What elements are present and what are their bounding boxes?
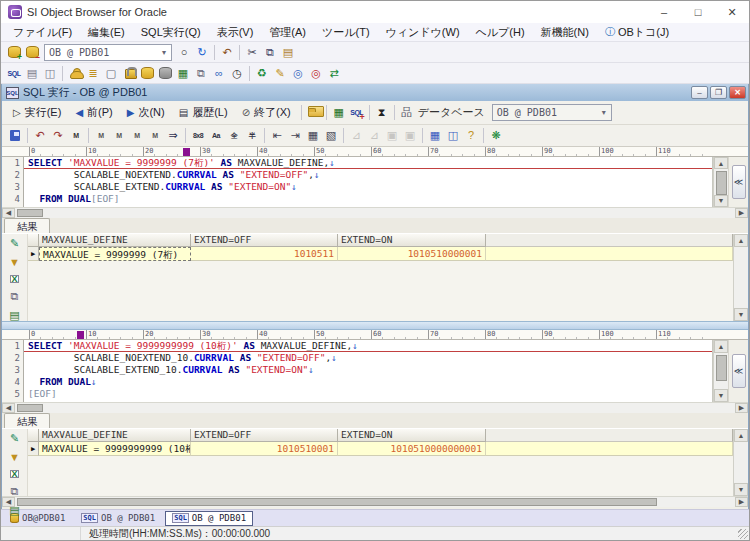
find-word-icon[interactable]: M: [128, 127, 146, 144]
copy-grid-icon[interactable]: ⧉: [6, 290, 23, 303]
schedule-icon[interactable]: ◷: [228, 65, 246, 82]
scroll-right-icon[interactable]: ▶: [735, 403, 748, 413]
table-cell[interactable]: 1010511: [191, 247, 338, 261]
paste-icon[interactable]: ▤: [279, 44, 297, 61]
menu-item-2[interactable]: 編集(E): [80, 23, 133, 42]
refresh-icon[interactable]: ↻: [193, 44, 211, 61]
indent-icon[interactable]: ⇥: [286, 127, 304, 144]
menu-item-5[interactable]: 管理(A): [261, 23, 314, 42]
column-header[interactable]: EXTEND=ON: [338, 234, 486, 247]
collapse-panel-button-top[interactable]: ≪: [732, 165, 746, 199]
column-header[interactable]: EXTEND=ON: [338, 429, 486, 442]
save-grid-icon[interactable]: ▤: [6, 309, 23, 322]
find-file-icon[interactable]: M: [146, 127, 164, 144]
scroll-left-icon[interactable]: ◀: [2, 403, 15, 413]
object-list-icon[interactable]: ◫: [41, 65, 59, 82]
edit-row-icon[interactable]: ✎: [6, 432, 23, 445]
scroll-thumb[interactable]: [17, 498, 657, 506]
block-select-icon[interactable]: ▦: [304, 127, 322, 144]
find-next-icon[interactable]: M: [92, 127, 110, 144]
excel-export-icon[interactable]: X: [6, 469, 23, 479]
scroll-up-icon[interactable]: ▲: [714, 340, 728, 353]
menu-item-8[interactable]: ヘルプ(H): [468, 23, 533, 42]
duplicate-icon[interactable]: ⧉: [192, 65, 210, 82]
fetch-next-icon[interactable]: ▼: [6, 256, 23, 268]
edit-row-icon[interactable]: ✎: [6, 237, 23, 250]
memory-icon[interactable]: ▦: [174, 65, 192, 82]
prev-button[interactable]: ◀前(P): [68, 102, 119, 123]
column-header[interactable]: EXTEND=OFF: [191, 234, 338, 247]
block-edit-icon[interactable]: ▧: [322, 127, 340, 144]
column-header[interactable]: MAXVALUE_DEFINE: [39, 429, 191, 442]
user-icon[interactable]: [66, 65, 84, 82]
script-icon[interactable]: ▤: [23, 65, 41, 82]
editor-bottom-hscrollbar[interactable]: ◀ ▶: [2, 402, 748, 413]
lock-icon[interactable]: [120, 65, 138, 82]
recycle-object-icon[interactable]: [156, 65, 174, 82]
recycle-bin-icon[interactable]: ♻: [253, 65, 271, 82]
explain-plan-icon[interactable]: ❋: [487, 127, 505, 144]
sql-editor-top[interactable]: 1SELECT 'MAXVALUE = 9999999 (7桁)' AS MAX…: [2, 157, 713, 207]
copy-icon[interactable]: ⧉: [261, 44, 279, 61]
table-cell[interactable]: 1010510000000001: [338, 442, 486, 456]
unindent-icon[interactable]: ⇤: [268, 127, 286, 144]
menu-item-10[interactable]: ⓘOBトコ(J): [597, 23, 677, 42]
table-cell[interactable]: 1010510000001: [338, 247, 486, 261]
cut-icon[interactable]: ✂: [243, 44, 261, 61]
window-split-icon[interactable]: ◫: [444, 127, 462, 144]
scroll-thumb[interactable]: [716, 171, 727, 195]
scroll-thumb[interactable]: [17, 404, 43, 412]
connection-combo[interactable]: OB @ PDB01▾: [44, 44, 172, 61]
object-search-icon[interactable]: ◎: [289, 65, 307, 82]
table-cell[interactable]: 1010510001: [191, 442, 338, 456]
cancel-query-icon[interactable]: ○: [175, 44, 193, 61]
child-close-button[interactable]: ✕: [729, 86, 746, 99]
open-file-icon[interactable]: [305, 104, 323, 121]
comment-icon[interactable]: ⊿: [347, 127, 365, 144]
history-button[interactable]: ▤履歴(L): [172, 102, 235, 123]
next-button[interactable]: ▶次(N): [120, 102, 172, 123]
hankaku-icon[interactable]: 半: [243, 127, 261, 144]
child-restore-button[interactable]: ❐: [710, 86, 727, 99]
scroll-left-icon[interactable]: ◀: [2, 208, 15, 218]
menu-item-9[interactable]: 新機能(N): [533, 23, 597, 42]
table-row[interactable]: ▶MAXVALUE = 9999999 (7桁)1010511101051000…: [28, 247, 733, 261]
scroll-up-icon[interactable]: ▲: [714, 157, 728, 169]
column-header[interactable]: MAXVALUE_DEFINE: [39, 234, 191, 247]
grid-bottom-hscrollbar[interactable]: ◀ ▶: [2, 496, 748, 507]
menu-item-1[interactable]: ファイル(F): [5, 23, 80, 42]
chevron-down-icon[interactable]: ▾: [157, 48, 171, 57]
goto-line-icon[interactable]: ⇒: [164, 127, 182, 144]
undo-icon[interactable]: ↶: [218, 44, 236, 61]
role-icon[interactable]: ≣: [84, 65, 102, 82]
column-header[interactable]: EXTEND=OFF: [191, 429, 338, 442]
tablespace-icon[interactable]: [138, 65, 156, 82]
chevron-down-icon[interactable]: ▾: [597, 108, 611, 117]
run-button[interactable]: ▷実行(E): [6, 102, 68, 123]
sql-execute-icon[interactable]: SQL: [5, 65, 23, 82]
redo-edit-icon[interactable]: ↷: [49, 127, 67, 144]
data-edit-icon[interactable]: ✎: [271, 65, 289, 82]
disconnect-db-icon[interactable]: –: [23, 44, 41, 61]
grid-mode-icon[interactable]: ▦: [426, 127, 444, 144]
menu-item-3[interactable]: SQL実行(Q): [133, 23, 209, 42]
minimize-button[interactable]: –: [647, 1, 681, 23]
result-tab-bottom[interactable]: 結果: [4, 413, 50, 428]
sql-editor-bottom[interactable]: 1SELECT 'MAXVALUE = 9999999999 (10桁)' AS…: [2, 340, 713, 402]
export-result-icon[interactable]: ▦: [330, 104, 348, 121]
menu-item-7[interactable]: ウィンドウ(W): [378, 23, 468, 42]
close-button[interactable]: ✕: [715, 1, 749, 23]
tab-size-icon[interactable]: 8x8: [189, 127, 207, 144]
data-search-icon[interactable]: ◎: [307, 65, 325, 82]
scroll-down-icon[interactable]: ▼: [734, 483, 748, 496]
result-tab-top[interactable]: 結果: [4, 218, 50, 233]
scroll-up-icon[interactable]: ▲: [734, 429, 748, 442]
excel-export-icon[interactable]: X: [6, 274, 23, 284]
task-item-2[interactable]: SQLOB @ PDB01: [75, 511, 161, 526]
menu-item-4[interactable]: 表示(V): [209, 23, 262, 42]
collapse-panel-button-bottom[interactable]: ≪: [732, 354, 746, 388]
schema-compare-icon[interactable]: ⇄: [325, 65, 343, 82]
save-grid-icon[interactable]: ▤: [6, 504, 23, 517]
instance-icon[interactable]: ▢: [102, 65, 120, 82]
maximize-button[interactable]: □: [681, 1, 715, 23]
